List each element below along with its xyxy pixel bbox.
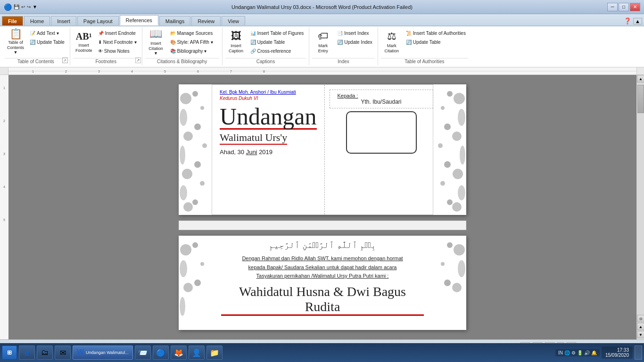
scroll-track[interactable] — [637, 82, 644, 315]
bibliography-button[interactable]: 📚 Bibliography ▾ — [168, 47, 215, 55]
footnotes-buttons: AB¹ InsertFootnote 📌 Insert Endnote ⬇ Ne… — [73, 28, 139, 57]
tab-file[interactable]: File — [2, 16, 23, 25]
show-notes-icon: 👁 — [98, 49, 103, 54]
style-apa-button[interactable]: 🎨 Style: APA Fifth ▾ — [168, 38, 215, 46]
insert-table-auth-button[interactable]: 📜 Insert Table of Authorities — [404, 29, 468, 37]
folder-button[interactable]: 📁 — [206, 346, 223, 360]
tab-review[interactable]: Review — [191, 16, 221, 25]
svg-point-28 — [200, 181, 205, 186]
page-divider — [179, 221, 466, 230]
insert-index-button[interactable]: 📑 Insert Index — [335, 29, 375, 37]
svg-point-40 — [438, 143, 443, 148]
insert-endnote-button[interactable]: 📌 Insert Endnote — [96, 29, 139, 37]
svg-point-37 — [447, 91, 453, 97]
quick-save[interactable]: 💾 — [14, 4, 19, 9]
insert-footnote-button[interactable]: AB¹ InsertFootnote — [73, 28, 95, 56]
document-page-1[interactable]: Kel. Bpk Moh. Anshori / Ibu Kusmiati Ked… — [179, 84, 466, 215]
scroll-bottom-buttons: ⊙ ▲ ▼ — [637, 315, 644, 338]
document-page-2[interactable]: بِسۡمِ ٱللَّهِ ٱلرَّحۡمَٰنِ ٱلرَّحِيمِ D… — [179, 236, 466, 330]
firefox-button[interactable]: 🦊 — [171, 346, 187, 360]
update-table-auth-button[interactable]: 🔄 Update Table — [404, 38, 468, 46]
svg-point-16 — [180, 93, 191, 104]
scroll-next-page[interactable]: ▼ — [637, 331, 644, 338]
bibliography-label: Bibliography ▾ — [177, 49, 207, 54]
ruler-right-corner — [636, 67, 644, 74]
clock[interactable]: 17:33 15/09/2020 — [602, 346, 633, 359]
tab-home[interactable]: Home — [24, 16, 50, 25]
table-of-contents-button[interactable]: 📋 Table ofContents ▼ — [5, 28, 26, 56]
index-buttons: 🏷 MarkEntry 📑 Insert Index 🔄 Update Inde… — [312, 28, 375, 57]
tab-insert[interactable]: Insert — [51, 16, 76, 25]
maximize-button[interactable]: □ — [619, 3, 629, 11]
show-notes-button[interactable]: 👁 Show Notes — [96, 47, 139, 55]
insert-citation-button[interactable]: 📖 InsertCitation ▼ — [145, 28, 167, 56]
update-table-toc-button[interactable]: 🔄 Update Table — [27, 38, 67, 46]
update-index-button[interactable]: 🔄 Update Index — [335, 38, 375, 46]
mark-entry-button[interactable]: 🏷 MarkEntry — [312, 28, 334, 56]
close-button[interactable]: ✕ — [630, 3, 640, 11]
svg-point-52 — [458, 260, 465, 277]
next-footnote-button[interactable]: ⬇ Next Footnote ▾ — [96, 38, 139, 46]
email-button[interactable]: ✉ — [55, 346, 71, 360]
word-taskbar-icon: W — [77, 348, 84, 357]
clock-time: 17:33 — [605, 347, 629, 353]
svg-point-32 — [452, 132, 462, 141]
tray-icon1: 🌐 — [564, 350, 570, 355]
toc-expand-btn[interactable]: ↗ — [62, 58, 68, 63]
telegram-button[interactable]: 📨 — [135, 346, 151, 360]
scroll-thumb[interactable] — [637, 85, 644, 113]
user-button[interactable]: 👤 — [189, 346, 205, 360]
ribbon-minimize-icon[interactable]: ▲ — [633, 18, 642, 25]
svg-point-36 — [452, 202, 462, 212]
word-taskbar-button[interactable]: W Undangan Walimatul... — [73, 346, 133, 360]
manage-sources-button[interactable]: 📂 Manage Sources — [168, 29, 215, 37]
tab-references[interactable]: References — [120, 15, 158, 25]
tab-page-layout[interactable]: Page Layout — [77, 16, 119, 25]
scroll-select-object[interactable]: ⊙ — [637, 315, 644, 322]
bride-groom: Wahidatul Husna & Dwi Bagus Rudita — [221, 284, 424, 316]
svg-point-50 — [194, 280, 201, 286]
folder-icon: 📁 — [210, 348, 219, 357]
footnote-icon: AB¹ — [76, 31, 92, 42]
quick-redo[interactable]: ↪ — [27, 4, 31, 9]
horizontal-ruler: 1 2 3 4 5 6 7 8 — [8, 67, 636, 74]
add-text-button[interactable]: 📝 Add Text ▾ — [27, 29, 67, 37]
insert-auth-icon: 📜 — [406, 31, 412, 36]
tab-view[interactable]: View — [222, 16, 245, 25]
toc-group-label: Table of Contents — [5, 58, 67, 64]
start-button[interactable]: ⊞ — [2, 346, 17, 360]
explorer-button[interactable]: 🗂 — [37, 346, 53, 360]
document-area: 1 2 3 4 5 — [0, 75, 644, 339]
ie-button[interactable]: e — [19, 346, 35, 360]
insert-table-figs-button[interactable]: 📊 Insert Table of Figures — [248, 29, 306, 37]
svg-rect-10 — [0, 75, 8, 339]
quick-dropdown[interactable]: ▼ — [33, 4, 37, 9]
show-desktop-button[interactable] — [635, 346, 642, 360]
mark-citation-button[interactable]: ⚖ MarkCitation — [381, 28, 403, 56]
svg-point-27 — [194, 161, 201, 168]
tab-mailings[interactable]: Mailings — [159, 16, 190, 25]
scroll-prev-page[interactable]: ▲ — [637, 323, 644, 330]
quick-undo[interactable]: ↩ — [21, 4, 25, 9]
scroll-up-button[interactable]: ▲ — [637, 75, 644, 82]
next-fn-label: Next Footnote — [103, 40, 133, 45]
svg-text:8: 8 — [263, 70, 265, 73]
svg-text:5: 5 — [3, 218, 5, 222]
ruler-area: 1 2 3 4 5 6 7 8 — [0, 67, 644, 75]
footnotes-dialog-launcher[interactable]: ↗ — [135, 58, 141, 63]
right-scrollbar[interactable]: ▲ ⊙ ▲ ▼ — [636, 75, 644, 339]
update-toc-icon: 🔄 — [30, 40, 35, 45]
document-scroll[interactable]: Kel. Bpk Moh. Anshori / Ibu Kusmiati Ked… — [8, 75, 636, 339]
tray-notification[interactable]: 🔔 — [591, 350, 597, 355]
insert-caption-button[interactable]: 🖼 InsertCaption — [225, 28, 247, 56]
chrome-button[interactable]: 🔵 — [153, 346, 169, 360]
body-line2: kepada Bapak/ Saudara Sekalian untuk dap… — [248, 264, 397, 270]
ribbon-help-icon[interactable]: ❓ — [624, 17, 631, 25]
update-auth-icon: 🔄 — [406, 40, 412, 45]
minimize-button[interactable]: ─ — [607, 3, 618, 11]
cross-reference-button[interactable]: 🔗 Cross-reference — [248, 47, 306, 55]
update-table-cap-button[interactable]: 🔄 Update Table — [248, 38, 306, 46]
svg-point-56 — [444, 280, 451, 286]
svg-point-45 — [180, 260, 187, 277]
caption-label: InsertCaption — [229, 43, 243, 54]
